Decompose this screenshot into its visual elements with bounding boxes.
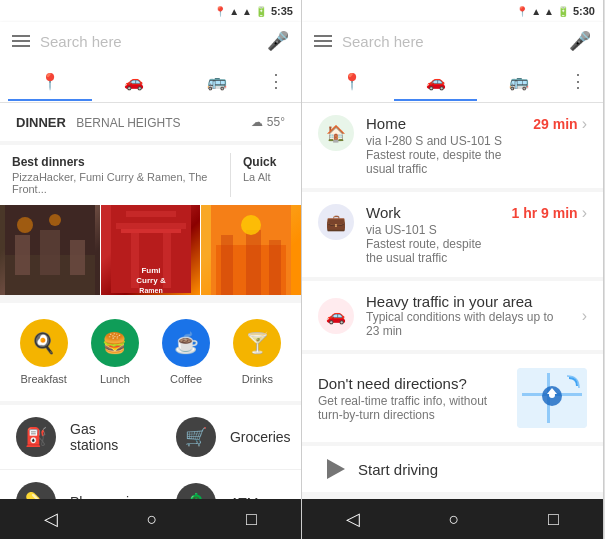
right-recent-button[interactable]: □ [532, 505, 575, 534]
left-search-placeholder[interactable]: Search here [40, 33, 257, 50]
signal-icon: ▲ [229, 6, 239, 17]
left-search-bar: Search here 🎤 [0, 22, 301, 60]
pharmacies-item[interactable]: 💊 Pharmacies [0, 470, 160, 499]
best-dinners-item[interactable]: Best dinners PizzaHacker, Fumi Curry & R… [0, 145, 230, 205]
groceries-icon: 🛒 [176, 417, 216, 457]
home-chevron-icon: › [582, 115, 587, 133]
best-dinners-label: Best dinners [12, 155, 218, 169]
right-tab-explore[interactable]: 📍 [310, 62, 394, 101]
torii-text: Fumi Curry & Ramen [103, 205, 199, 295]
breakfast-item[interactable]: 🍳 Breakfast [20, 319, 68, 385]
restaurant-image-3-content [201, 205, 301, 295]
left-nav-bottom: ◁ ○ □ [0, 499, 301, 539]
right-transit-icon: 🚌 [509, 72, 529, 91]
work-route-sub: Fastest route, despite the usual traffic [366, 237, 500, 265]
right-wifi-icon: ▲ [544, 6, 554, 17]
right-mic-icon[interactable]: 🎤 [569, 30, 591, 52]
svg-text:Curry &: Curry & [136, 276, 166, 285]
svg-rect-8 [116, 223, 186, 229]
left-home-button[interactable]: ○ [131, 505, 174, 534]
restaurant-image-2[interactable]: Fumi Curry & Ramen [101, 205, 201, 295]
card-row: Best dinners PizzaHacker, Fumi Curry & R… [0, 145, 301, 205]
right-tab-transit[interactable]: 🚌 [477, 62, 561, 101]
gas-icon: ⛽ [16, 417, 56, 457]
quick-sub: La Alt [243, 171, 289, 183]
quick-item[interactable]: Quick La Alt [231, 145, 301, 205]
right-nav-tabs: 📍 🚗 🚌 ⋮ [302, 60, 603, 103]
right-signal-icon: ▲ [531, 6, 541, 17]
restaurant-image-1-content [0, 205, 100, 295]
home-route-time: 29 min [533, 116, 577, 132]
right-back-button[interactable]: ◁ [330, 504, 376, 534]
right-nav-bottom: ◁ ○ □ [302, 499, 603, 539]
drinks-label: Drinks [242, 373, 273, 385]
battery-icon: 🔋 [255, 6, 267, 17]
left-back-button[interactable]: ◁ [28, 504, 74, 534]
breakfast-label: Breakfast [20, 373, 66, 385]
lunch-circle: 🍔 [91, 319, 139, 367]
home-route-time-group: 29 min › [533, 115, 587, 133]
svg-point-5 [17, 217, 33, 233]
dinner-title: DINNER [16, 115, 66, 130]
left-more-button[interactable]: ⋮ [259, 60, 293, 102]
restaurant-images: Fumi Curry & Ramen [0, 205, 301, 295]
left-panel: 📍 ▲ ▲ 🔋 5:35 Search here 🎤 📍 🚗 🚌 ⋮ [0, 0, 302, 539]
restaurant-image-3[interactable] [201, 205, 301, 295]
right-status-bar: 📍 ▲ ▲ 🔋 5:30 [302, 0, 603, 22]
gas-label: Gas stations [70, 421, 144, 453]
groceries-item[interactable]: 🛒 Groceries [160, 405, 301, 470]
coffee-circle: ☕ [162, 319, 210, 367]
groceries-label: Groceries [230, 429, 291, 445]
svg-rect-10 [126, 211, 176, 217]
lunch-label: Lunch [100, 373, 130, 385]
right-tab-driving[interactable]: 🚗 [394, 62, 478, 101]
start-driving-label: Start driving [358, 461, 438, 478]
left-tab-explore[interactable]: 📍 [8, 62, 92, 101]
left-time: 5:35 [271, 5, 293, 17]
left-tab-transit[interactable]: 🚌 [175, 62, 259, 101]
coffee-item[interactable]: ☕ Coffee [162, 319, 210, 385]
work-route-title: Work [366, 204, 500, 221]
right-content: 🏠 Home via I-280 S and US-101 S Fastest … [302, 103, 603, 499]
svg-rect-20 [269, 240, 281, 295]
svg-rect-4 [70, 240, 85, 275]
work-route-time-group: 1 hr 9 min › [512, 204, 587, 222]
atms-item[interactable]: 💲 ATMs [160, 470, 301, 499]
work-route-card[interactable]: 💼 Work via US-101 S Fastest route, despi… [302, 192, 603, 277]
right-explore-icon: 📍 [342, 72, 362, 91]
left-status-icons: 📍 ▲ ▲ 🔋 [214, 6, 267, 17]
home-route-sub: Fastest route, despite the usual traffic [366, 148, 521, 176]
best-dinners-card: Best dinners PizzaHacker, Fumi Curry & R… [0, 145, 301, 295]
left-menu-button[interactable] [12, 35, 30, 47]
right-search-placeholder[interactable]: Search here [342, 33, 559, 50]
home-route-card[interactable]: 🏠 Home via I-280 S and US-101 S Fastest … [302, 103, 603, 188]
left-mic-icon[interactable]: 🎤 [267, 30, 289, 52]
explore-icon: 📍 [40, 72, 60, 91]
start-driving-icon [327, 459, 345, 479]
svg-text:Fumi: Fumi [141, 266, 160, 275]
svg-text:Ramen: Ramen [139, 287, 162, 293]
svg-point-6 [49, 214, 61, 226]
temperature: 55° [267, 115, 285, 129]
right-menu-button[interactable] [314, 35, 332, 47]
transit-icon: 🚌 [207, 72, 227, 91]
left-tab-driving[interactable]: 🚗 [92, 62, 176, 101]
right-more-button[interactable]: ⋮ [561, 60, 595, 102]
restaurant-image-1[interactable] [0, 205, 101, 295]
traffic-alert-card[interactable]: 🚗 Heavy traffic in your area Typical con… [302, 281, 603, 350]
svg-rect-3 [40, 230, 60, 275]
left-recent-button[interactable]: □ [230, 505, 273, 534]
svg-rect-2 [15, 235, 30, 275]
right-home-button[interactable]: ○ [433, 505, 476, 534]
lunch-item[interactable]: 🍔 Lunch [91, 319, 139, 385]
traffic-alert-sub: Typical conditions with delays up to 23 … [366, 310, 570, 338]
gas-stations-item[interactable]: ⛽ Gas stations [0, 405, 160, 470]
category-icons: 🍳 Breakfast 🍔 Lunch ☕ Coffee 🍸 Drinks [0, 303, 301, 401]
location-icon: 📍 [214, 6, 226, 17]
start-driving-card[interactable]: Start driving [302, 446, 603, 492]
svg-rect-18 [221, 235, 233, 295]
map-preview[interactable] [517, 368, 587, 428]
dinner-header: DINNER BERNAL HEIGHTS ☁ 55° [0, 103, 301, 141]
drinks-item[interactable]: 🍸 Drinks [233, 319, 281, 385]
svg-point-27 [549, 392, 555, 398]
